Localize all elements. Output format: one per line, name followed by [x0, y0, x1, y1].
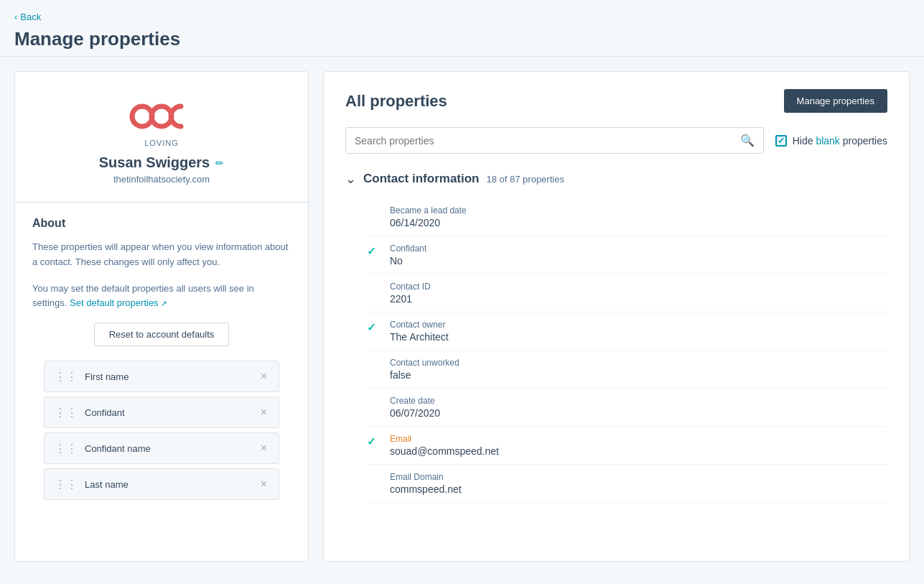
contact-section-header[interactable]: ⌄ Contact information 18 of 87 propertie…	[345, 171, 887, 187]
search-input[interactable]	[355, 135, 740, 147]
right-panel: All properties Manage properties 🔍 ✓ Hid…	[323, 71, 910, 562]
back-link[interactable]: ‹ Back	[14, 11, 910, 22]
property-row: Create date 06/07/2020	[367, 389, 887, 427]
about-paragraph2: You may set the default properties all u…	[32, 282, 291, 312]
right-panel-header: All properties Manage properties	[345, 89, 887, 113]
about-title: About	[32, 217, 291, 230]
remove-property-button[interactable]: ×	[259, 476, 269, 492]
hide-blank-row: ✓ Hide blank properties	[775, 135, 887, 147]
drag-handle-icon: ⋮⋮	[55, 442, 78, 455]
property-check-icon: ✓	[367, 245, 376, 257]
all-properties-title: All properties	[345, 92, 447, 111]
contact-section-count: 18 of 87 properties	[487, 174, 564, 185]
property-info: Create date 06/07/2020	[390, 396, 887, 419]
top-bar: ‹ Back Manage properties	[0, 0, 924, 57]
page-title: Manage properties	[14, 28, 910, 50]
property-label: Create date	[390, 396, 887, 406]
user-name-row: Susan Swiggers ✏	[99, 154, 225, 171]
property-value: 06/14/2020	[390, 217, 887, 228]
drag-handle-icon: ⋮⋮	[55, 370, 78, 384]
property-info: Contact ID 2201	[390, 282, 887, 305]
reset-to-defaults-button[interactable]: Reset to account defaults	[94, 323, 230, 346]
property-row: ✓ Contact owner The Architect	[367, 312, 887, 351]
user-name: Susan Swiggers	[99, 154, 210, 171]
checkbox-check-icon: ✓	[778, 136, 785, 146]
about-section: About These properties will appear when …	[15, 203, 308, 561]
main-content: LOVING Susan Swiggers ✏ thetinfoilhatsoc…	[0, 57, 924, 576]
hide-blank-checkbox[interactable]: ✓	[775, 135, 787, 147]
contact-section-title: Contact information	[363, 172, 480, 186]
property-info: Contact owner The Architect	[390, 320, 887, 343]
logo-container	[129, 93, 194, 133]
property-row: Contact ID 2201	[367, 274, 887, 312]
back-label: Back	[20, 11, 41, 22]
edit-icon[interactable]: ✏	[215, 157, 224, 169]
manage-properties-button[interactable]: Manage properties	[784, 89, 887, 113]
property-info: Contact unworked false	[390, 358, 887, 381]
property-item[interactable]: ⋮⋮ Last name ×	[44, 468, 279, 500]
back-arrow-icon: ‹	[14, 11, 17, 22]
property-info: Email Domain commspeed.net	[390, 472, 887, 495]
property-check-cell: ✓	[367, 435, 381, 448]
property-value: 2201	[390, 293, 887, 305]
company-logo	[129, 93, 194, 133]
property-item[interactable]: ⋮⋮ First name ×	[44, 361, 279, 392]
property-check-cell: ✓	[367, 245, 381, 258]
property-label: Confidant	[390, 244, 887, 254]
drag-handle-icon: ⋮⋮	[55, 478, 78, 491]
property-row: Email Domain commspeed.net	[367, 465, 887, 503]
property-value: souad@commspeed.net	[390, 445, 887, 457]
search-icon: 🔍	[740, 134, 755, 147]
drag-handle-icon: ⋮⋮	[55, 406, 78, 420]
property-row: Became a lead date 06/14/2020	[367, 198, 887, 236]
property-item-label: Last name	[85, 479, 259, 490]
set-default-link[interactable]: Set default properties ➚	[70, 296, 167, 311]
property-info: Confidant No	[390, 244, 887, 266]
property-label: Became a lead date	[390, 205, 887, 215]
property-value: No	[390, 255, 887, 266]
left-panel: LOVING Susan Swiggers ✏ thetinfoilhatsoc…	[14, 71, 309, 562]
profile-section: LOVING Susan Swiggers ✏ thetinfoilhatsoc…	[15, 72, 308, 203]
property-label: Contact unworked	[390, 358, 887, 368]
property-check-icon: ✓	[367, 435, 376, 448]
hide-blank-label: Hide blank properties	[793, 135, 887, 147]
property-info: Became a lead date 06/14/2020	[390, 205, 887, 228]
property-info: Email souad@commspeed.net	[390, 434, 887, 457]
user-domain: thetinfoilhatsociety.com	[113, 174, 210, 185]
about-paragraph1: These properties will appear when you vi…	[32, 240, 291, 270]
property-label: Email	[390, 434, 887, 444]
remove-property-button[interactable]: ×	[259, 369, 269, 384]
property-item[interactable]: ⋮⋮ Confidant name ×	[44, 432, 279, 464]
property-label: Email Domain	[390, 472, 887, 482]
property-list: ⋮⋮ First name × ⋮⋮ Confidant × ⋮⋮ Confid…	[32, 361, 291, 504]
property-item-label: Confidant name	[85, 443, 259, 454]
chevron-down-icon: ⌄	[345, 171, 356, 187]
property-row: ✓ Confidant No	[367, 236, 887, 274]
property-item-label: First name	[85, 371, 259, 382]
property-item-label: Confidant	[85, 407, 259, 418]
property-value: commspeed.net	[390, 483, 887, 495]
properties-container: Became a lead date 06/14/2020 ✓ Confidan…	[345, 198, 887, 503]
remove-property-button[interactable]: ×	[259, 440, 269, 456]
blank-highlighted: blank	[816, 135, 839, 147]
remove-property-button[interactable]: ×	[259, 404, 269, 420]
property-label: Contact owner	[390, 320, 887, 330]
property-label: Contact ID	[390, 282, 887, 292]
property-row: Contact unworked false	[367, 351, 887, 389]
property-value: The Architect	[390, 331, 887, 343]
search-box: 🔍	[345, 127, 764, 154]
property-value: false	[390, 369, 887, 381]
company-name: LOVING	[144, 139, 179, 147]
search-row: 🔍 ✓ Hide blank properties	[345, 127, 887, 154]
external-link-icon: ➚	[161, 297, 167, 310]
property-check-cell: ✓	[367, 321, 381, 334]
property-value: 06/07/2020	[390, 407, 887, 419]
property-item[interactable]: ⋮⋮ Confidant ×	[44, 397, 279, 428]
property-row: ✓ Email souad@commspeed.net	[367, 427, 887, 465]
property-check-icon: ✓	[367, 321, 376, 333]
